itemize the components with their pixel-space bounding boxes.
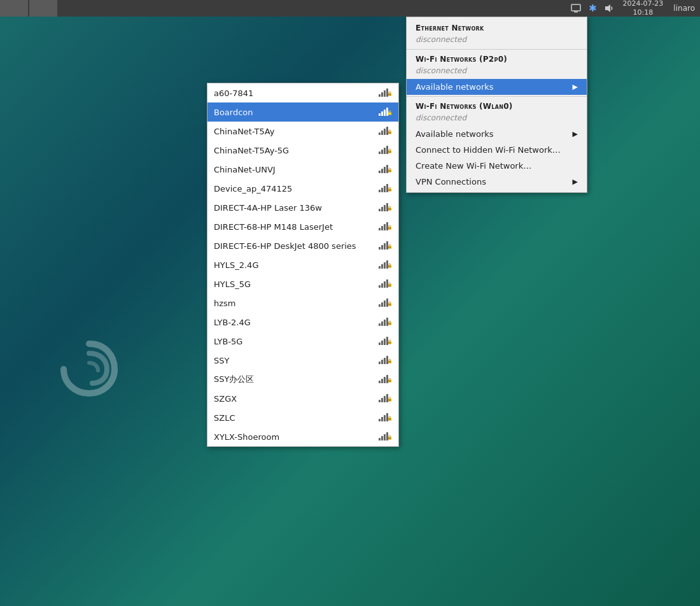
- svg-rect-62: [388, 304, 391, 306]
- svg-rect-23: [379, 171, 381, 173]
- svg-rect-48: [379, 266, 381, 269]
- taskbar-window-btn-2[interactable]: [29, 0, 57, 17]
- svg-rect-31: [386, 184, 388, 192]
- wifi-network-name: LYB-5G: [214, 337, 374, 346]
- svg-rect-29: [381, 188, 383, 192]
- svg-rect-8: [379, 113, 381, 116]
- svg-rect-77: [388, 361, 391, 363]
- wifi-list-item[interactable]: LYB-5G: [207, 332, 398, 351]
- wifi-network-name: a60-7841: [214, 88, 374, 98]
- svg-rect-7: [388, 94, 391, 96]
- svg-rect-57: [388, 285, 391, 287]
- svg-rect-21: [386, 146, 388, 154]
- separator-2: [407, 96, 587, 97]
- svg-rect-95: [384, 434, 386, 440]
- wifi-list-item[interactable]: hzsm: [207, 293, 398, 313]
- svg-rect-69: [381, 341, 383, 345]
- svg-rect-91: [386, 413, 388, 421]
- available-networks-p2p0-label: Available networks: [416, 82, 494, 92]
- wifi-network-name: Boardcon: [214, 108, 374, 117]
- svg-rect-92: [388, 418, 391, 421]
- svg-rect-4: [381, 92, 383, 97]
- wifi-signal-icon: [378, 107, 392, 117]
- wifi-signal-icon: [378, 222, 392, 232]
- wifi-list-item[interactable]: SSY: [207, 351, 398, 370]
- wifi-signal-icon: [378, 164, 392, 174]
- svg-rect-50: [384, 262, 386, 269]
- svg-rect-54: [381, 283, 383, 288]
- connect-hidden-wifi-item[interactable]: Connect to Hidden Wi-Fi Network…: [407, 142, 587, 158]
- svg-rect-65: [384, 320, 386, 326]
- vpn-connections-arrow: ▶: [573, 178, 578, 186]
- svg-rect-15: [384, 129, 386, 135]
- wifi-list-item[interactable]: SZLC: [207, 408, 398, 427]
- wifi-list-item[interactable]: XYLX-Shoeroom: [207, 427, 398, 446]
- svg-rect-72: [388, 342, 391, 344]
- wifi-list-item[interactable]: HYLS_5G: [207, 274, 398, 293]
- svg-rect-61: [386, 299, 388, 307]
- svg-rect-13: [379, 132, 381, 135]
- available-networks-p2p0-item[interactable]: Available networks ▶: [407, 79, 587, 95]
- svg-rect-12: [388, 113, 391, 115]
- wifi-list-item[interactable]: HYLS_2.4G: [207, 255, 398, 274]
- taskbar-window-btn-1[interactable]: [0, 0, 28, 17]
- create-new-wifi-label: Create New Wi-Fi Network…: [416, 161, 531, 171]
- svg-rect-76: [386, 356, 388, 364]
- svg-rect-75: [384, 358, 386, 364]
- svg-rect-74: [381, 360, 383, 364]
- bluetooth-icon[interactable]: ✱: [584, 0, 601, 17]
- connect-hidden-wifi-label: Connect to Hidden Wi-Fi Network…: [416, 145, 561, 155]
- taskbar-right: ✱ 2024-07-23 10:18 linaro: [568, 0, 700, 17]
- taskbar-datetime[interactable]: 2024-07-23 10:18: [617, 0, 668, 17]
- svg-rect-26: [386, 165, 388, 173]
- svg-rect-80: [384, 377, 386, 383]
- svg-rect-25: [384, 167, 386, 173]
- svg-rect-64: [381, 321, 383, 326]
- wifi-network-name: XYLX-Shoeroom: [214, 432, 374, 442]
- wifi-list-item[interactable]: ChinaNet-UNVJ: [207, 160, 398, 179]
- svg-rect-46: [386, 241, 388, 250]
- svg-rect-0: [571, 4, 580, 11]
- wifi-list-item[interactable]: ChinaNet-T5Ay: [207, 122, 398, 141]
- svg-marker-2: [605, 4, 610, 12]
- wifi-list-item[interactable]: DIRECT-4A-HP Laser 136w: [207, 198, 398, 217]
- svg-rect-67: [388, 323, 391, 325]
- wifi-signal-icon: [378, 183, 392, 194]
- vpn-connections-label: VPN Connections: [416, 177, 486, 187]
- svg-rect-47: [388, 246, 391, 249]
- taskbar: ✱ 2024-07-23 10:18 linaro: [0, 0, 700, 17]
- svg-rect-17: [388, 132, 391, 134]
- debian-logo: [51, 331, 127, 407]
- svg-rect-96: [386, 432, 388, 440]
- wifi-list-item[interactable]: SSY办公区: [207, 370, 398, 389]
- svg-rect-18: [379, 152, 381, 154]
- svg-rect-42: [388, 227, 391, 230]
- screen-icon[interactable]: [568, 0, 584, 17]
- wifi-network-name: ChinaNet-UNVJ: [214, 165, 374, 174]
- wifi-list-item[interactable]: Boardcon: [207, 102, 398, 122]
- wifi-list-item[interactable]: DIRECT-E6-HP DeskJet 4800 series: [207, 236, 398, 255]
- wifi-list-item[interactable]: a60-7841: [207, 83, 398, 102]
- taskbar-date: 2024-07-23 10:18: [622, 0, 663, 17]
- wifi-list-item[interactable]: ChinaNet-T5Ay-5G: [207, 141, 398, 160]
- create-new-wifi-item[interactable]: Create New Wi-Fi Network…: [407, 158, 587, 174]
- wifi-list-item[interactable]: SZGX: [207, 389, 398, 408]
- ethernet-status: disconnected: [407, 34, 587, 48]
- wifi-network-name: HYLS_2.4G: [214, 260, 374, 270]
- svg-rect-40: [384, 224, 386, 230]
- wifi-list-item[interactable]: DIRECT-68-HP M148 LaserJet: [207, 217, 398, 236]
- svg-rect-41: [386, 222, 388, 230]
- svg-rect-85: [384, 396, 386, 402]
- svg-rect-66: [386, 318, 388, 326]
- wifi-signal-icon: [378, 260, 392, 270]
- taskbar-user[interactable]: linaro: [668, 4, 700, 13]
- svg-rect-22: [388, 151, 391, 153]
- svg-rect-63: [379, 323, 381, 326]
- wifi-list-item[interactable]: Device_ap_474125: [207, 179, 398, 198]
- wifi-list-item[interactable]: LYB-2.4G: [207, 313, 398, 332]
- volume-icon[interactable]: [601, 0, 617, 17]
- taskbar-left: [0, 0, 568, 17]
- svg-rect-86: [386, 394, 388, 402]
- vpn-connections-item[interactable]: VPN Connections ▶: [407, 174, 587, 190]
- available-networks-wlan0-item[interactable]: Available networks ▶: [407, 126, 587, 142]
